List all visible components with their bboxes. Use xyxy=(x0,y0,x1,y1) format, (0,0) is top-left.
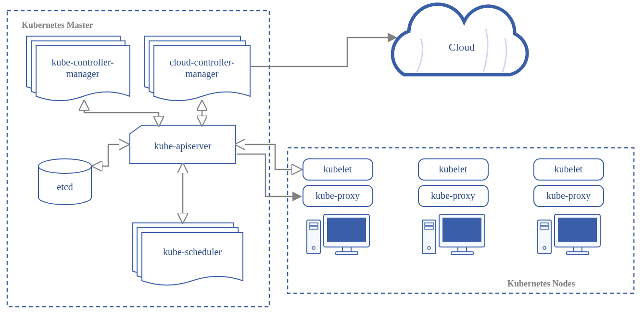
kubeproxy-label-2: kube-proxy xyxy=(431,190,475,201)
nodes-title: Kubernetes Nodes xyxy=(507,279,575,288)
arrow-kcm-apiserver xyxy=(84,102,159,125)
cloud-controller-manager-stack: cloud-controller- manager xyxy=(144,36,250,101)
computer-icon-3 xyxy=(538,214,600,255)
kubelet-label-2: kubelet xyxy=(439,164,467,174)
scheduler-label: kube-scheduler xyxy=(163,247,222,257)
arrow-apiserver-kubeproxy xyxy=(237,154,300,196)
node-2: kubelet kube-proxy xyxy=(418,159,488,255)
kcm-line1: kube-controller- xyxy=(51,57,114,67)
kcm-line2: manager xyxy=(66,68,100,79)
arrow-ccm-cloud xyxy=(251,38,395,66)
master-title: Kubernetes Master xyxy=(22,20,93,30)
ccm-line2: manager xyxy=(186,68,219,79)
kubelet-label-3: kubelet xyxy=(555,164,583,174)
etcd-label: etcd xyxy=(57,182,73,192)
kube-scheduler-stack: kube-scheduler xyxy=(132,223,243,285)
cloud-label: Cloud xyxy=(449,41,475,53)
computer-icon-2 xyxy=(422,214,485,255)
node-1: kubelet kube-proxy xyxy=(303,159,373,255)
etcd-cylinder: etcd xyxy=(38,159,91,205)
computer-icon-1 xyxy=(307,214,369,255)
cloud-icon: Cloud xyxy=(392,4,527,75)
architecture-diagram: Kubernetes Master Kubernetes Nodes kube-… xyxy=(0,0,644,312)
apiserver-label: kube-apiserver xyxy=(154,141,212,152)
kubeproxy-label-1: kube-proxy xyxy=(316,190,360,201)
arrow-apiserver-etcd xyxy=(94,144,127,166)
kubelet-label-1: kubelet xyxy=(324,164,352,174)
kube-controller-manager-stack: kube-controller- manager xyxy=(26,36,130,101)
kubeproxy-label-3: kube-proxy xyxy=(546,190,591,201)
svg-point-0 xyxy=(38,159,91,173)
ccm-line1: cloud-controller- xyxy=(169,57,234,67)
node-3: kubelet kube-proxy xyxy=(534,159,604,255)
kube-apiserver-doc: kube-apiserver xyxy=(130,125,236,164)
